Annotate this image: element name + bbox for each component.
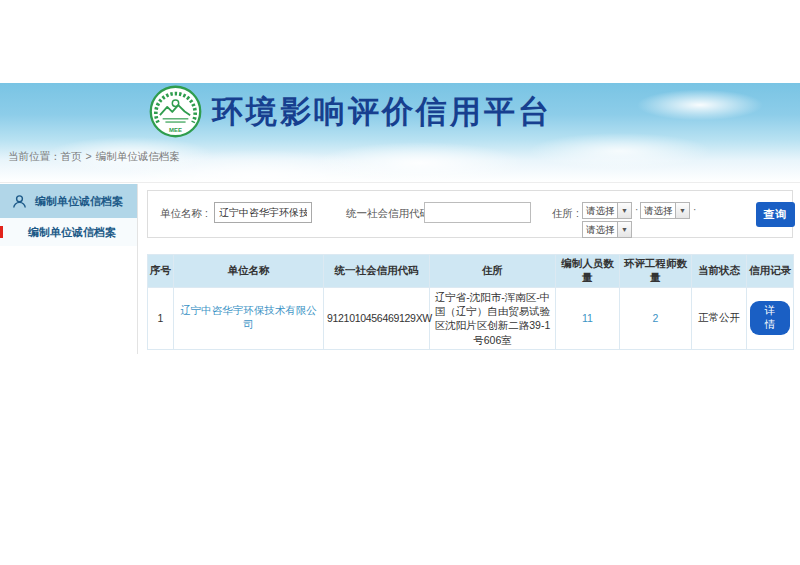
- active-item-marker: [0, 226, 3, 238]
- table-row: 1 辽宁中咨华宇环保技术有限公司 9121010456469129XW 辽宁省-…: [148, 288, 794, 350]
- main-content: 单位名称 : 统一社会信用代码 : 住所 : 请选择 ▼ · 请选择 ▼ · 请…: [147, 190, 793, 350]
- mee-logo-icon: MEE: [148, 84, 203, 139]
- chevron-down-icon[interactable]: ▼: [676, 202, 690, 219]
- breadcrumb: 当前位置：首页>编制单位诚信档案: [8, 150, 180, 164]
- cell-seq: 1: [148, 288, 174, 350]
- address-label: 住所 :: [552, 207, 579, 221]
- sidebar-item-compilation-unit-archive[interactable]: 编制单位诚信档案: [0, 218, 137, 246]
- address-district-select-value: 请选择: [582, 221, 618, 238]
- engineer-count-link[interactable]: 2: [653, 312, 659, 324]
- staff-count-link[interactable]: 11: [582, 312, 593, 324]
- unit-name-input[interactable]: [214, 202, 312, 223]
- sidebar-item-label: 编制单位诚信档案: [28, 225, 116, 240]
- sidebar: 编制单位诚信档案 编制单位诚信档案: [0, 184, 138, 354]
- sidebar-header: 编制单位诚信档案: [0, 184, 137, 218]
- column-header-credit-record: 信用记录: [747, 255, 794, 288]
- column-header-status: 当前状态: [692, 255, 747, 288]
- header-banner: MEE 环境影响评价信用平台 当前位置：首页>编制单位诚信档案: [0, 83, 800, 183]
- cell-status: 正常公开: [692, 288, 747, 350]
- cell-engineer-count: 2: [620, 288, 692, 350]
- column-header-credit-code: 统一社会信用代码: [324, 255, 430, 288]
- breadcrumb-prefix: 当前位置：: [8, 150, 61, 162]
- column-header-staff-count: 编制人员数量: [556, 255, 620, 288]
- cell-credit-code: 9121010456469129XW: [324, 288, 430, 350]
- detail-button[interactable]: 详情: [750, 301, 790, 335]
- unit-name-link[interactable]: 辽宁中咨华宇环保技术有限公司: [180, 304, 317, 330]
- unit-name-label: 单位名称 :: [160, 207, 208, 221]
- cell-credit-record: 详情: [747, 288, 794, 350]
- breadcrumb-home-link[interactable]: 首页: [61, 150, 82, 162]
- address-city-select[interactable]: 请选择 ▼: [640, 202, 690, 219]
- column-header-unit-name: 单位名称: [174, 255, 324, 288]
- search-form: 单位名称 : 统一社会信用代码 : 住所 : 请选择 ▼ · 请选择 ▼ · 请…: [147, 190, 793, 238]
- address-province-select-value: 请选择: [582, 202, 618, 219]
- chevron-down-icon[interactable]: ▼: [618, 221, 632, 238]
- address-separator: ·: [635, 204, 638, 215]
- table-header-row: 序号 单位名称 统一社会信用代码 住所 编制人员数量 环评工程师数量 当前状态 …: [148, 255, 794, 288]
- column-header-engineer-count: 环评工程师数量: [620, 255, 692, 288]
- address-separator: ·: [693, 204, 696, 215]
- column-header-seq: 序号: [148, 255, 174, 288]
- results-table: 序号 单位名称 统一社会信用代码 住所 编制人员数量 环评工程师数量 当前状态 …: [147, 254, 794, 350]
- breadcrumb-current: 编制单位诚信档案: [96, 150, 180, 162]
- brand: MEE 环境影响评价信用平台: [148, 84, 552, 139]
- cell-staff-count: 11: [556, 288, 620, 350]
- svg-text:MEE: MEE: [169, 127, 182, 133]
- page-title: 环境影响评价信用平台: [212, 91, 552, 133]
- cell-address: 辽宁省-沈阳市-浑南区-中国（辽宁）自由贸易试验区沈阳片区创新二路39-1号60…: [430, 288, 556, 350]
- address-district-select[interactable]: 请选择 ▼: [582, 221, 632, 238]
- chevron-down-icon[interactable]: ▼: [618, 202, 632, 219]
- breadcrumb-separator: >: [86, 150, 92, 162]
- column-header-address: 住所: [430, 255, 556, 288]
- credit-code-input[interactable]: [424, 202, 531, 223]
- address-province-select[interactable]: 请选择 ▼: [582, 202, 632, 219]
- user-icon: [12, 194, 27, 209]
- credit-code-label: 统一社会信用代码 :: [346, 207, 436, 221]
- address-city-select-value: 请选择: [640, 202, 676, 219]
- query-button[interactable]: 查询: [756, 202, 795, 227]
- sidebar-header-label: 编制单位诚信档案: [35, 194, 123, 209]
- cell-unit-name: 辽宁中咨华宇环保技术有限公司: [174, 288, 324, 350]
